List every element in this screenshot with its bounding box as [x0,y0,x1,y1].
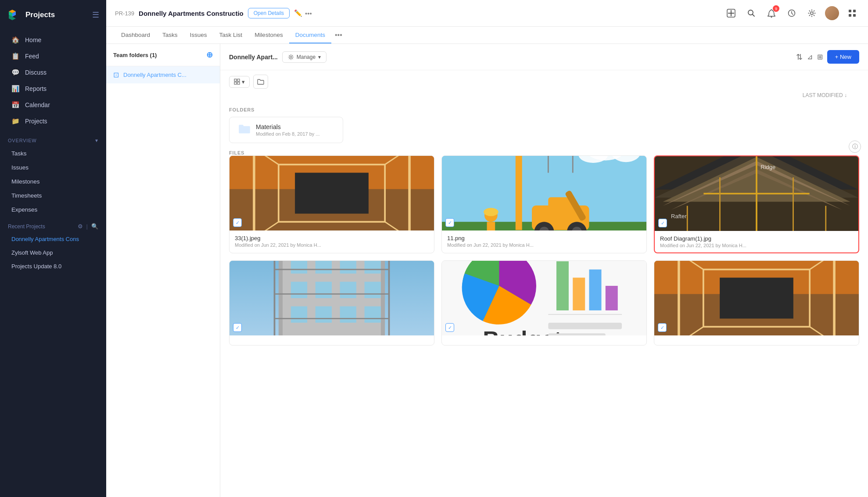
overview-items: Tasks Issues Milestones Timesheets Expen… [0,146,106,217]
more-tabs-icon[interactable]: ••• [331,27,346,43]
sidebar-item-discuss-label: Discuss [25,69,47,76]
chevron-down-icon: ▾ [242,79,245,85]
sidebar-item-projects-label: Projects [25,118,47,125]
manage-button[interactable]: Manage ▾ [282,51,326,63]
tab-milestones[interactable]: Milestones [248,27,289,43]
topbar-right: 9 [724,6,859,20]
doc-toolbar-left: Donnelly Apart... Manage ▾ [229,51,326,63]
roof-image: Ridge Rafter [655,156,858,231]
file-card-2[interactable]: ✓ 11.png Modified on Jun 22, 2021 by Mon… [441,155,647,253]
svg-rect-99 [720,277,793,318]
file-card-1[interactable]: vsignintarion ✓ 33(1).jpeg Modified on J… [229,155,434,253]
svg-rect-13 [234,79,237,81]
project-id: PR-139 [115,10,134,17]
manage-chevron-icon: ▾ [318,54,321,60]
svg-rect-69 [316,282,332,298]
files-section-label: FILES [220,150,868,155]
more-options-icon[interactable]: ••• [305,10,312,17]
last-modified-label: LAST MODIFIED ↓ [803,92,847,98]
add-button[interactable] [724,6,738,20]
file-thumbnail-3: Ridge Rafter ✓ [655,156,858,231]
recent-project-update[interactable]: Projects Update 8.0 [4,260,103,273]
svg-rect-16 [237,82,240,84]
avatar[interactable] [825,6,839,20]
svg-rect-21 [295,173,369,213]
sidebar-item-calendar[interactable]: 📅 Calendar [4,97,103,113]
filter-icon[interactable]: ⚙ [78,223,83,230]
overview-section: Overview ▾ [0,131,106,146]
file-card-5[interactable]: Budget 70% ✓ [441,260,647,346]
grid-view-icon[interactable]: ⊞ [817,53,823,61]
overview-issues[interactable]: Issues [4,161,103,174]
sidebar-item-home[interactable]: 🏠 Home [4,32,103,48]
apps-button[interactable] [845,6,859,20]
recent-project-zylsoft[interactable]: Zylsoft Web App [4,246,103,259]
file-card-4[interactable]: ✓ [229,260,434,346]
sidebar-item-discuss[interactable]: 💬 Discuss [4,65,103,80]
tab-issues[interactable]: Issues [184,27,213,43]
svg-rect-92 [548,323,622,329]
svg-rect-15 [234,82,237,84]
sidebar-item-projects[interactable]: 📁 Projects [4,113,103,129]
svg-rect-74 [340,306,356,323]
search-button[interactable] [744,6,758,20]
svg-rect-65 [316,261,332,274]
new-button[interactable]: + New [827,50,859,64]
hamburger-icon[interactable]: ☰ [92,10,99,20]
file-name-3: Roof Diagram(1).jpg [660,235,853,242]
sort-icon[interactable]: ⇅ [796,52,803,62]
projects-icon: 📁 [11,117,20,125]
notifications-button[interactable]: 9 [764,6,778,20]
files-grid-container: vsignintarion ✓ 33(1).jpeg Modified on J… [220,155,868,354]
overview-timesheets-label: Timesheets [11,192,42,199]
tab-documents[interactable]: Documents [289,27,331,43]
sidebar-item-reports[interactable]: 📊 Reports [4,81,103,97]
folders-section-label: FOLDERS [220,100,868,117]
view-toggle-button[interactable]: ▾ [229,76,250,88]
sidebar-nav: 🏠 Home 📋 Feed 💬 Discuss 📊 Reports 📅 Cale… [0,30,106,131]
main-area: PR-139 Donnelly Apartments Constructio O… [106,0,868,497]
search-recent-icon[interactable]: 🔍 [91,223,98,230]
folder-item-donnelly[interactable]: ⊡ Donnelly Apartments C... [106,66,220,83]
materials-folder[interactable]: Materials Modified on Feb 8, 2017 by ... [229,117,343,143]
documents-main: Donnelly Apart... Manage ▾ ⇅ ⊿ ⊞ + New [220,44,868,497]
svg-rect-93 [548,333,605,335]
overview-timesheets[interactable]: Timesheets [4,189,103,202]
svg-rect-72 [291,306,307,323]
sub-nav: Dashboard Tasks Issues Task List Milesto… [106,27,868,44]
svg-rect-84 [556,261,569,310]
overview-milestones[interactable]: Milestones [4,175,103,188]
avatar-image [825,6,839,20]
open-details-button[interactable]: Open Details [248,8,290,18]
edit-icon[interactable]: ✏️ [294,9,302,17]
tab-tasklist[interactable]: Task List [213,27,249,43]
svg-rect-73 [316,306,332,323]
overview-chevron-icon[interactable]: ▾ [95,137,98,144]
add-folder-button[interactable]: ⊕ [206,50,213,60]
svg-rect-11 [853,14,856,17]
sidebar-item-feed[interactable]: 📋 Feed [4,48,103,64]
folder-card-info: Materials Modified on Feb 8, 2017 by ... [256,123,320,137]
recent-project-donnelly[interactable]: Donnelly Apartments Cons [4,233,103,245]
sidebar-title: Projects [25,11,55,19]
file-card-6[interactable]: vsignintarion ✓ [654,260,859,346]
settings-button[interactable] [805,6,819,20]
svg-line-4 [753,14,755,17]
overview-tasks[interactable]: Tasks [4,147,103,160]
tab-tasks[interactable]: Tasks [156,27,184,43]
filter-icon[interactable]: ⊿ [807,53,813,61]
topbar-left: PR-139 Donnelly Apartments Constructio O… [115,8,312,18]
info-button[interactable]: ⓘ [849,140,861,153]
tab-dashboard[interactable]: Dashboard [115,27,156,43]
budget-image: Budget 70% [442,261,646,335]
overview-expenses[interactable]: Expenses [4,203,103,216]
sidebar-item-home-label: Home [25,36,41,43]
recent-projects-header: Recent Projects ⚙ | 🔍 [0,217,106,232]
folder-name: Materials [256,123,320,130]
sidebar-item-feed-label: Feed [25,53,39,60]
team-folders-label: Team folders (1) [113,52,157,58]
file-card-3[interactable]: Ridge Rafter ✓ Roof Diagram(1).jpg Modif… [654,155,859,253]
file-info-5 [442,335,646,345]
clock-button[interactable] [785,6,799,20]
folder-new-icon[interactable] [253,75,268,89]
